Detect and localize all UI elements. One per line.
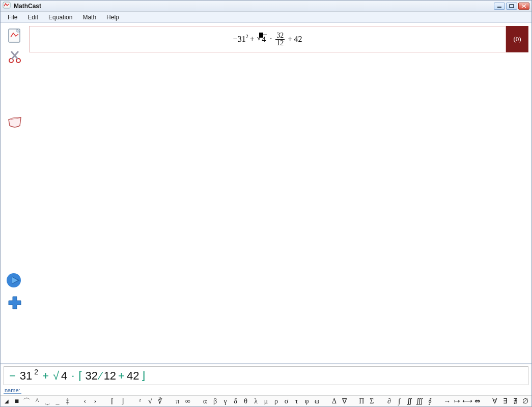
base-31: 31	[238, 35, 246, 44]
symbol-button[interactable]: ‡	[63, 397, 73, 405]
input-token: +	[118, 369, 125, 383]
symbol-button[interactable]: ∬	[404, 397, 414, 405]
symbol-button[interactable]: →	[442, 397, 452, 405]
tail-42: 42	[294, 35, 302, 44]
symbol-button[interactable]: ^	[32, 397, 42, 405]
symbol-button[interactable]: λ	[251, 397, 261, 405]
symbol-button[interactable]: ρ	[271, 397, 282, 405]
symbol-button[interactable]: δ	[231, 397, 241, 405]
symbol-button[interactable]: ∂	[384, 397, 394, 405]
symbol-palette: ◢■⏜^⏟_‡‹›⌈⌋²√∛π∞αβγδθλμρστφωΔ∇ΠΣ∂∫∬∭∮→↦⟷…	[1, 395, 531, 406]
equation-render[interactable]: − 31 2 + √ 4 · 32 12 + 42	[29, 26, 506, 52]
input-token: ·	[71, 369, 74, 383]
symbol-button[interactable]: σ	[282, 397, 292, 405]
fraction: 32 12	[275, 32, 285, 47]
symbol-button[interactable]: ω	[312, 397, 322, 405]
symbol-button[interactable]: γ	[220, 397, 231, 405]
equation-input[interactable]: − 312 + √4 · ⌈ 32∕12 + 42⌋	[4, 366, 528, 385]
symbol-button[interactable]: _	[52, 397, 63, 405]
input-token: ∕	[100, 369, 102, 383]
menu-help[interactable]: Help	[101, 13, 124, 22]
input-bar: − 312 + √4 · ⌈ 32∕12 + 42⌋ name:	[1, 364, 531, 395]
symbol-button[interactable]: ∭	[414, 397, 425, 405]
symbol-button[interactable]: θ	[241, 397, 251, 405]
play-button[interactable]	[5, 271, 25, 289]
app-icon	[3, 1, 11, 11]
input-token: +	[42, 369, 49, 383]
radical-icon: √	[257, 34, 261, 42]
input-token: √	[53, 369, 59, 383]
input-token: 12	[104, 369, 116, 383]
side-toolbar	[1, 23, 29, 363]
input-token: 42	[127, 369, 139, 383]
symbol-button[interactable]: √	[145, 397, 155, 405]
symbol-button[interactable]: ■	[12, 397, 22, 405]
symbol-button[interactable]: μ	[261, 397, 271, 405]
equation-index-badge[interactable]: (0)	[506, 26, 528, 52]
symbol-button[interactable]: ⌋	[118, 397, 128, 405]
menu-edit[interactable]: Edit	[22, 13, 43, 22]
neg-sign: −	[233, 35, 238, 44]
menu-math[interactable]: Math	[77, 13, 101, 22]
input-token: 31	[20, 369, 32, 383]
titlebar: MathCast	[1, 1, 531, 12]
new-document-button[interactable]	[5, 26, 25, 44]
dot-operator: ·	[270, 35, 272, 44]
symbol-button[interactable]: ²	[135, 397, 145, 405]
cut-button[interactable]	[5, 48, 25, 66]
symbol-button[interactable]: Δ	[329, 397, 339, 405]
superscript-2: 2	[246, 34, 248, 39]
menu-equation[interactable]: Equation	[43, 13, 77, 22]
symbol-button[interactable]: β	[210, 397, 220, 405]
delete-button[interactable]	[5, 112, 25, 131]
input-token: 32	[85, 369, 97, 383]
equation-area: − 31 2 + √ 4 · 32 12 + 42	[29, 23, 531, 363]
symbol-button[interactable]: ∞	[183, 397, 193, 405]
symbol-button[interactable]: φ	[302, 397, 312, 405]
input-token: 2	[34, 368, 38, 376]
add-button[interactable]	[5, 294, 25, 312]
symbol-button[interactable]: ∮	[425, 397, 435, 405]
equation-index-label: (0)	[513, 35, 521, 43]
plus-1: +	[250, 35, 255, 44]
rendered-expression: − 31 2 + √ 4 · 32 12 + 42	[233, 32, 302, 47]
symbol-button[interactable]: τ	[292, 397, 302, 405]
input-token: −	[9, 369, 16, 383]
symbol-button[interactable]: ∀	[490, 397, 500, 405]
symbol-button[interactable]: ⏜	[22, 397, 32, 405]
symbol-button[interactable]: ∃	[500, 397, 510, 405]
symbol-button[interactable]: ◢	[2, 398, 12, 404]
symbol-button[interactable]: ∄	[510, 397, 520, 405]
minimize-button[interactable]	[494, 3, 505, 10]
menu-file[interactable]: File	[3, 13, 22, 22]
fraction-numerator: 32	[275, 32, 285, 40]
symbol-button[interactable]: ⟷	[462, 397, 472, 405]
symbol-button[interactable]: ∫	[394, 397, 404, 405]
name-field-label[interactable]: name:	[4, 387, 21, 394]
close-button[interactable]	[518, 3, 529, 10]
plus-2: +	[288, 35, 292, 44]
main-area: − 31 2 + √ 4 · 32 12 + 42	[1, 23, 531, 364]
symbol-button[interactable]: Σ	[367, 397, 377, 405]
symbol-button[interactable]: ⇔	[472, 397, 483, 405]
input-token: 4	[61, 369, 67, 383]
symbol-button[interactable]: Π	[356, 397, 367, 405]
root-expression: √ 4	[256, 35, 268, 44]
maximize-button[interactable]	[506, 3, 517, 10]
symbol-button[interactable]: ∇	[339, 397, 349, 405]
fraction-denominator: 12	[275, 40, 285, 47]
symbol-button[interactable]: ⌈	[107, 397, 118, 405]
symbol-button[interactable]: α	[200, 397, 210, 405]
symbol-button[interactable]: ›	[90, 397, 100, 405]
input-token: ⌋	[141, 369, 146, 383]
symbol-button[interactable]: ‹	[80, 397, 90, 405]
symbol-button[interactable]: ⏟	[42, 397, 52, 405]
symbol-button[interactable]: ↦	[452, 397, 462, 405]
symbol-button[interactable]: ∛	[155, 397, 165, 405]
menubar: FileEditEquationMathHelp	[1, 12, 531, 23]
window-title: MathCast	[14, 3, 41, 10]
svg-rect-2	[510, 5, 514, 8]
input-token: ⌈	[78, 369, 83, 383]
symbol-button[interactable]: ∅	[520, 397, 530, 405]
symbol-button[interactable]: π	[173, 397, 183, 405]
